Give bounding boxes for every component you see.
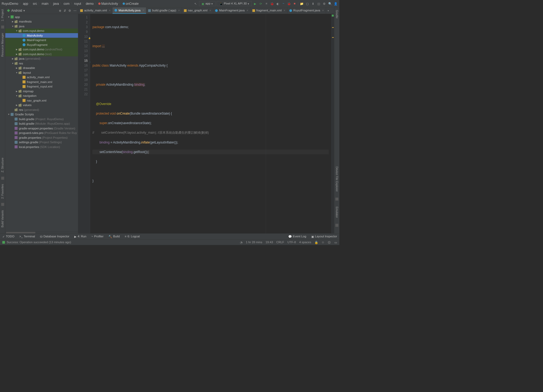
device-icon[interactable]: [335, 198, 338, 201]
encoding[interactable]: UTF-8: [287, 241, 296, 244]
breadcrumb-item[interactable]: app: [23, 2, 28, 6]
project-tree[interactable]: appmanifestsjavacom.ruyut.demoMainActivi…: [5, 14, 78, 232]
close-icon[interactable]: ×: [284, 9, 285, 12]
close-icon[interactable]: ×: [209, 9, 211, 12]
apply-code-icon[interactable]: ≡: [264, 1, 269, 6]
line-number[interactable]: 9: [78, 29, 88, 34]
avd-icon[interactable]: ▢: [305, 1, 309, 6]
line-number[interactable]: 16: [78, 63, 88, 68]
emulator-icon[interactable]: [335, 224, 338, 227]
project-tool-tab[interactable]: 1: Project: [1, 8, 5, 22]
tree-item[interactable]: app: [5, 15, 78, 19]
bottom-tab[interactable]: ⛁Database Inspector: [40, 235, 69, 238]
tree-item[interactable]: Gradle Scripts: [5, 112, 78, 117]
tree-item[interactable]: layout: [5, 70, 78, 75]
expand-arrow-icon[interactable]: [12, 62, 14, 64]
tree-item[interactable]: MainFragment: [5, 38, 78, 43]
tree-item[interactable]: MainActivity: [5, 33, 78, 38]
run-config-selector[interactable]: ▣app▾: [199, 1, 215, 6]
bottom-tab[interactable]: >_Terminal: [19, 235, 35, 238]
build-variants-tab[interactable]: Build Variants: [1, 209, 5, 228]
error-stripe[interactable]: [331, 14, 334, 234]
commander-icon[interactable]: [1, 25, 4, 28]
expand-arrow-icon[interactable]: [16, 104, 18, 106]
indent[interactable]: 4 spaces: [299, 241, 311, 244]
line-number[interactable]: 18: [78, 73, 88, 77]
line-number[interactable]: 17: [78, 68, 88, 73]
apply-changes-icon[interactable]: ⟳: [259, 1, 263, 6]
tree-item[interactable]: mipmap: [5, 89, 78, 94]
breadcrumb-item[interactable]: ruyut: [74, 2, 81, 6]
tree-item[interactable]: navigation: [5, 94, 78, 98]
editor-tab[interactable]: RuyutFragment.java×: [287, 7, 326, 14]
close-icon[interactable]: ×: [143, 9, 144, 12]
tree-item[interactable]: build.gradle (Module: RuyutDemo.app): [5, 121, 78, 126]
attach-debugger-icon[interactable]: 🐞: [287, 1, 291, 6]
editor-tab[interactable]: MainActivity.java×: [113, 7, 146, 14]
back-icon[interactable]: ↖: [194, 1, 198, 6]
expand-arrow-icon[interactable]: [8, 113, 10, 116]
line-number[interactable]: 15: [78, 58, 88, 63]
tree-item[interactable]: java (generated): [5, 56, 78, 61]
search-icon[interactable]: 🔍: [328, 1, 332, 6]
collapse-icon[interactable]: ⇵: [64, 9, 66, 12]
expand-arrow-icon[interactable]: [16, 30, 18, 32]
lock-icon[interactable]: 🔒: [314, 241, 318, 244]
line-number[interactable]: 1: [78, 15, 88, 20]
expand-arrow-icon[interactable]: [16, 71, 18, 74]
editor-tab[interactable]: fragment_main.xml×: [250, 7, 287, 14]
bottom-tab[interactable]: 💬Event Log: [288, 235, 306, 238]
line-number[interactable]: 20: [78, 82, 88, 87]
structure-icon[interactable]: [1, 177, 4, 180]
avatar-icon[interactable]: 👤: [334, 1, 338, 6]
tree-item[interactable]: fragment_ruyut.xml: [5, 84, 78, 89]
line-number[interactable]: 14: [78, 53, 88, 58]
face2-icon[interactable]: ☹: [328, 241, 331, 244]
coverage-icon[interactable]: ◐: [275, 1, 280, 6]
bottom-tab[interactable]: ✓TODO: [2, 235, 14, 238]
tabs-dropdown-icon[interactable]: ▾: [326, 7, 331, 14]
close-icon[interactable]: ×: [109, 9, 111, 12]
tree-item[interactable]: nav_graph.xml: [5, 98, 78, 103]
stop-button[interactable]: ■: [292, 1, 297, 6]
tree-item[interactable]: com.ruyut.demo (test): [5, 52, 78, 56]
line-number[interactable]: 21: [78, 87, 88, 92]
expand-arrow-icon[interactable]: [16, 90, 18, 92]
tree-item[interactable]: java: [5, 24, 78, 29]
tree-item[interactable]: values: [5, 103, 78, 108]
bottom-tab[interactable]: ▣Layout Inspector: [311, 235, 337, 238]
expand-arrow-icon[interactable]: [16, 53, 18, 55]
sync-icon[interactable]: 📁: [300, 1, 304, 6]
line-number[interactable]: 22: [78, 92, 88, 97]
structure-tab[interactable]: Z: Structure: [1, 156, 5, 173]
line-number[interactable]: 3: [78, 25, 88, 29]
expand-arrow-icon[interactable]: [12, 25, 14, 27]
bottom-tab[interactable]: ~Profiler: [91, 235, 104, 238]
line-number[interactable]: 12: [78, 44, 88, 49]
favorites-tab[interactable]: 2: Favorites: [1, 183, 5, 200]
breadcrumb-item[interactable]: com: [64, 2, 69, 6]
status-time[interactable]: 1 hr 28 mins: [246, 241, 262, 244]
target-icon[interactable]: ⊕: [59, 9, 61, 12]
breadcrumb-item[interactable]: onCreate: [123, 2, 139, 6]
breadcrumb-item[interactable]: src: [33, 2, 37, 6]
line-number[interactable]: 13: [78, 49, 88, 53]
editor-tab[interactable]: build.gradle (:app)×: [146, 7, 182, 14]
project-view-selector[interactable]: Android▾: [7, 9, 59, 12]
tree-item[interactable]: fragment_main.xml: [5, 80, 78, 84]
layout-inspector-icon[interactable]: ◫: [317, 1, 321, 6]
device-explorer-tab[interactable]: Device File Explorer: [335, 165, 339, 193]
face-icon[interactable]: ☺: [321, 241, 324, 244]
line-number[interactable]: 2: [78, 20, 88, 24]
breadcrumb-item[interactable]: java: [53, 2, 59, 6]
line-number[interactable]: 19: [78, 77, 88, 82]
breadcrumb-item[interactable]: MainActivity: [98, 2, 118, 6]
bottom-tab[interactable]: ≡6: Logcat: [125, 235, 140, 238]
tree-item[interactable]: gradle.properties (Project Properties): [5, 135, 78, 140]
code-content[interactable]: package com.ruyut.demo; import ... publi…: [90, 14, 331, 234]
tree-item[interactable]: build.gradle (Project: RuyutDemo): [5, 117, 78, 121]
close-icon[interactable]: ×: [247, 9, 248, 12]
expand-arrow-icon[interactable]: [16, 48, 18, 51]
tree-item[interactable]: com.ruyut.demo (androidTest): [5, 47, 78, 52]
breadcrumb-item[interactable]: main: [42, 2, 49, 6]
